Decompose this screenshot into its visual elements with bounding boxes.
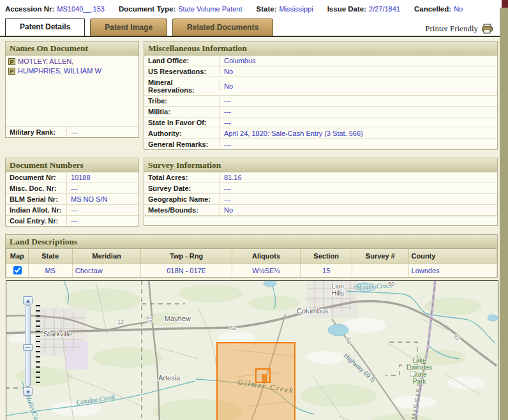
label-columbus: Columbus [297,307,329,315]
military-rank-value: --- [66,127,138,137]
docnums-panel-title: Document Numbers [6,158,138,172]
coal-entry-nr-label: Coal Entry. Nr: [6,216,66,226]
general-remarks-label: General Remarks: [144,139,220,149]
geographic-name-value: --- [220,194,497,204]
mineral-reservations-value: No [220,81,497,91]
patentee-link-motley[interactable]: MOTLEY, ALLEN, [18,57,73,65]
map-canvas[interactable]: Starkville Mayhew Columbus Artesia Lion … [6,281,498,420]
zoom-thumb[interactable] [23,344,33,351]
cancelled-label: Cancelled: [414,5,451,13]
us-reservations-row: US Reservations: No [144,66,497,77]
state-in-favor-row: State In Favor Of: --- [144,117,497,128]
accession-label: Accession Nr: [5,5,54,13]
map-zoom-slider[interactable] [23,296,34,396]
cell-section: 15 [301,264,352,278]
survey-date-value: --- [220,183,497,193]
label-lion-hills-2: Hills [332,290,344,297]
metes-bounds-label: Metes/Bounds: [144,205,220,215]
indian-allot-nr-value: --- [66,205,138,215]
col-twp-rng: Twp - Rng [141,249,232,264]
document-numbers-panel: Document Numbers Document Nr: 10188 Misc… [5,158,139,227]
tab-patent-details[interactable]: Patent Details [5,18,85,36]
general-remarks-row: General Remarks: --- [144,139,497,149]
patentee-icon: P [8,58,15,65]
tribe-value: --- [220,96,497,106]
misc-doc-nr-row: Misc. Doc. Nr: --- [6,183,138,194]
zoom-out-button[interactable] [23,387,33,396]
land-office-row: Land Office: Columbus [144,56,497,66]
authority-label: Authority: [144,128,220,139]
issuedate-field: Issue Date: 2/27/1841 [327,5,400,13]
patentee-link-humphries[interactable]: HUMPHRIES, WILLIAM W [18,67,101,75]
indian-allot-nr-label: Indian Allot. Nr: [6,205,66,215]
col-survey-num: Survey # [352,249,408,264]
label-lake-lowndes-1: Lake [412,357,426,364]
label-artesia: Artesia [158,374,181,382]
document-nr-row: Document Nr: 10188 [6,172,138,183]
cell-aliquots: W½SE¼ [232,264,301,278]
geographic-name-label: Geographic Name: [144,194,220,204]
printer-friendly-button[interactable]: Printer Friendly [425,24,494,34]
col-state: State [28,249,72,264]
us-reservations-value: No [220,66,497,77]
doctype-field: Document Type: State Volume Patent [119,5,243,13]
miscellaneous-information-panel: Miscellaneous Information Land Office: C… [144,41,498,150]
misc-doc-nr-label: Misc. Doc. Nr: [6,183,66,193]
tab-bar: Patent Details Patent Image Related Docu… [0,18,508,36]
state-value: Mississippi [279,5,313,13]
issuedate-label: Issue Date: [327,5,366,13]
cell-twp-rng: 018N - 017E [141,264,232,278]
land-office-value: Columbus [220,56,497,66]
land-description-row: MS Choctaw 018N - 017E W½SE¼ 15 Lowndes [6,264,497,278]
names-on-document-panel: Names On Document P MOTLEY, ALLEN, P HUM… [5,41,139,138]
geographic-name-row: Geographic Name: --- [144,194,497,205]
cell-state: MS [28,264,72,278]
page-edge-strip [500,8,508,420]
label-route-50: 50 [388,281,394,287]
tribe-label: Tribe: [144,96,220,106]
indian-allot-nr-row: Indian Allot. Nr: --- [6,205,138,216]
land-description-map[interactable]: Starkville Mayhew Columbus Artesia Lion … [6,280,498,420]
label-lion-hills: Lion [332,283,344,290]
col-aliquots: Aliquots [232,249,301,264]
doctype-value: State Volume Patent [178,5,242,13]
metes-bounds-value: No [220,205,497,215]
printer-icon [481,24,494,34]
land-descriptions-table: Map State Meridian Twp - Rng Aliquots Se… [6,249,497,277]
militia-label: Militia: [144,107,220,117]
misc-panel-title: Miscellaneous Information [144,41,497,56]
military-rank-row: Military Rank: --- [6,127,138,137]
cell-survey-num [352,264,408,278]
accession-field: Accession Nr: MS1040__.153 [5,5,105,13]
militia-value: --- [220,107,497,117]
zoom-in-button[interactable] [23,296,33,304]
mineral-reservations-row: Mineral Reservations: No [144,77,497,96]
survey-empty-row [144,216,497,225]
land-panel-title: Land Descriptions [6,235,497,249]
tribe-row: Tribe: --- [144,96,497,107]
state-field: State: Mississippi [257,5,313,13]
tab-patent-image[interactable]: Patent Image [90,19,167,36]
patentee-icon: P [8,68,15,75]
misc-doc-nr-value: --- [66,183,138,193]
tab-related-documents[interactable]: Related Documents [172,19,273,36]
document-header-bar: Accession Nr: MS1040__.153 Document Type… [0,0,508,18]
militia-row: Militia: --- [144,107,497,117]
patentee-row[interactable]: P MOTLEY, ALLEN, [8,57,136,65]
names-panel-title: Names On Document [6,41,138,56]
state-in-favor-value: --- [220,117,497,128]
zoom-track[interactable] [25,305,31,387]
label-route-82-west: 82 [230,325,236,331]
page-edge-corner [502,0,508,8]
patent-details-content: Names On Document P MOTLEY, ALLEN, P HUM… [0,37,508,420]
patentee-row[interactable]: P HUMPHRIES, WILLIAM W [8,67,136,75]
map-checkbox[interactable] [13,266,22,274]
doctype-label: Document Type: [119,5,176,13]
label-starkville: Starkville [43,330,72,338]
survey-panel-title: Survey Information [144,158,497,172]
blm-serial-nr-value: MS NO S/N [66,194,138,204]
us-reservations-label: US Reservations: [144,66,220,77]
coal-entry-nr-value: --- [66,216,138,226]
col-county: County [408,249,497,264]
state-label: State: [257,5,277,13]
